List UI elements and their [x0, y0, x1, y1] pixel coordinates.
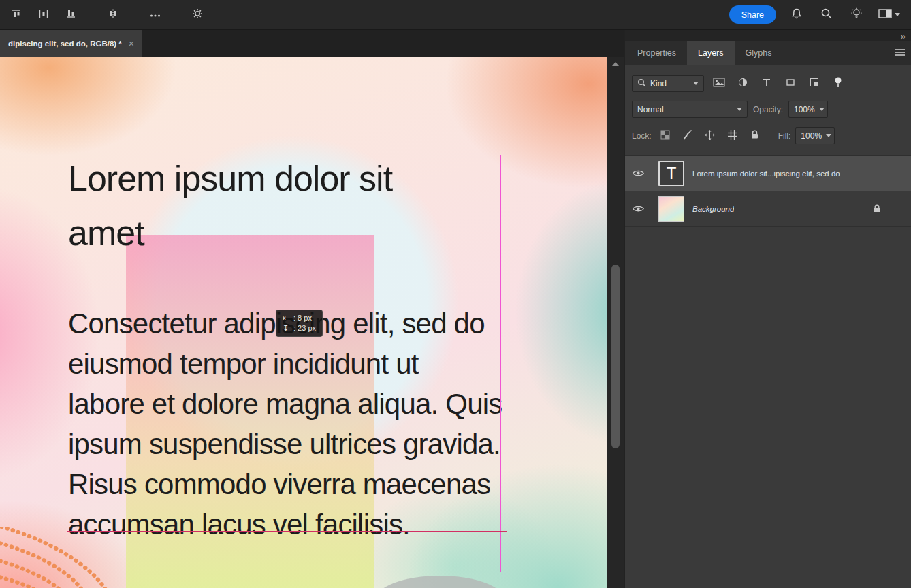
search-button[interactable]: [817, 5, 836, 24]
canvas-paragraph-text[interactable]: Consectetur adipiscing elit, sed do eius…: [68, 304, 502, 544]
distribute-vertical-button[interactable]: [103, 5, 123, 24]
align-bottom-button[interactable]: [61, 5, 80, 24]
search-icon: [637, 78, 646, 89]
scroll-up-arrow-icon[interactable]: [612, 62, 619, 66]
horizontal-guide[interactable]: [67, 531, 507, 532]
tab-layers[interactable]: Layers: [687, 41, 735, 65]
fill-label: Fill:: [778, 131, 791, 141]
discover-button[interactable]: [847, 5, 866, 24]
lock-pixels-button[interactable]: [679, 129, 697, 144]
layer-visibility-toggle[interactable]: [625, 191, 652, 227]
fill-dropdown[interactable]: 100%: [795, 127, 835, 144]
lock-artboard-button[interactable]: [724, 129, 741, 144]
hamburger-icon: [895, 48, 906, 59]
layer-row-background[interactable]: Background: [625, 191, 911, 227]
lock-icon: [750, 130, 759, 142]
close-tab-icon[interactable]: ×: [129, 39, 134, 48]
lock-label: Lock:: [632, 131, 652, 141]
photoshop-window: Share dipiscing elit, sed do, RGB/8) * ×: [0, 0, 911, 588]
eye-icon: [633, 167, 644, 180]
vertical-distance-value: : 23 px: [293, 323, 316, 333]
workspace-button[interactable]: [877, 5, 901, 24]
horizontal-distance-value: : 8 px: [293, 313, 312, 323]
filter-kind-dropdown[interactable]: Kind: [632, 75, 704, 92]
layer-visibility-toggle[interactable]: [625, 156, 652, 191]
opacity-label: Opacity:: [753, 105, 783, 114]
checkerboard-icon: [660, 130, 670, 142]
layer-row-text[interactable]: T Lorem ipsum dolor sit...ipiscing elit,…: [625, 156, 911, 191]
ellipsis-icon: [150, 10, 161, 20]
lock-position-button[interactable]: [701, 129, 719, 144]
panel-tab-bar: Properties Layers Glyphs: [625, 41, 911, 65]
measurement-tooltip: ⇤ : 8 px ↧ : 23 px: [276, 310, 323, 337]
body-line: labore et dolore magna aliqua. Quis: [68, 384, 502, 424]
heading-line: Lorem ipsum dolor sit: [68, 151, 392, 206]
distribute-horizontal-button[interactable]: [34, 5, 53, 24]
panel-layout-icon: [878, 8, 892, 21]
lock-all-button[interactable]: [746, 129, 764, 144]
distribute-horizontal-icon: [38, 8, 49, 21]
brush-icon: [683, 130, 692, 142]
notifications-button[interactable]: [787, 5, 806, 24]
layer-name: Background: [692, 205, 734, 213]
move-arrows-icon: [705, 130, 715, 142]
align-top-button[interactable]: [7, 5, 26, 24]
opacity-dropdown[interactable]: 100%: [788, 101, 828, 118]
canvas-heading-text[interactable]: Lorem ipsum dolor sit amet: [68, 151, 392, 260]
collapse-panels-icon[interactable]: »: [901, 31, 906, 42]
layer-lock-icon[interactable]: [873, 204, 881, 213]
image-icon: [713, 78, 725, 89]
panel-menu-button[interactable]: [895, 48, 906, 59]
lock-transparency-button[interactable]: [656, 129, 674, 144]
type-icon: [762, 78, 771, 89]
filter-smart-objects-button[interactable]: [805, 76, 823, 91]
canvas-area[interactable]: Lorem ipsum dolor sit amet Consectetur a…: [0, 57, 607, 588]
filter-shape-layers-button[interactable]: [782, 76, 799, 91]
blend-opacity-row: Normal Opacity: 100%: [632, 101, 904, 118]
layer-filter-row: Kind: [632, 75, 904, 92]
chevron-down-icon: [826, 134, 831, 137]
filter-adjustment-layers-button[interactable]: [734, 76, 752, 91]
share-button[interactable]: Share: [729, 5, 776, 24]
chevron-down-icon: [693, 82, 699, 85]
body-line: Risus commodo viverra maecenas: [68, 464, 502, 504]
tab-glyphs[interactable]: Glyphs: [735, 41, 783, 65]
document-artwork: Lorem ipsum dolor sit amet Consectetur a…: [0, 57, 607, 588]
layer-name: Lorem ipsum dolor sit...ipiscing elit, s…: [692, 169, 840, 178]
half-circle-icon: [738, 78, 748, 89]
align-bottom-icon: [65, 8, 76, 21]
more-options-button[interactable]: [146, 5, 165, 24]
scrollbar-thumb[interactable]: [611, 265, 620, 448]
gray-blob-shape: [375, 576, 505, 588]
document-tab-title: dipiscing elit, sed do, RGB/8) *: [8, 39, 122, 48]
alignment-controls: [0, 5, 207, 24]
vertical-guide[interactable]: [500, 155, 501, 572]
panel-dock: » Properties Layers Glyphs Kind: [624, 30, 911, 588]
thumbnail-letter: T: [667, 164, 677, 183]
background-layer-thumbnail[interactable]: [658, 196, 684, 222]
options-bar: Share: [0, 0, 911, 30]
filter-toggle-button[interactable]: [829, 76, 847, 91]
vertical-distance-icon: ↧: [283, 323, 291, 333]
body-line: eiusmod tempor incididunt ut: [68, 344, 502, 384]
dock-header: »: [625, 30, 911, 41]
bell-icon: [790, 7, 803, 22]
layers-panel: Kind: [625, 75, 911, 227]
body-line: accumsan lacus vel facilisis.: [68, 504, 502, 544]
chevron-down-icon: [737, 108, 742, 111]
smart-object-icon: [810, 78, 819, 89]
filter-type-layers-button[interactable]: [758, 76, 776, 91]
canvas-scrollbar[interactable]: [607, 57, 624, 588]
body-line: ipsum suspendisse ultrices gravida.: [68, 424, 502, 464]
tool-settings-button[interactable]: [188, 5, 207, 24]
layer-list: T Lorem ipsum dolor sit...ipiscing elit,…: [625, 155, 911, 227]
text-layer-thumbnail[interactable]: T: [658, 161, 684, 186]
distribute-vertical-icon: [108, 8, 118, 21]
document-tab[interactable]: dipiscing elit, sed do, RGB/8) * ×: [0, 30, 142, 57]
lock-fill-row: Lock: Fill: 100%: [632, 127, 904, 144]
blend-mode-dropdown[interactable]: Normal: [632, 101, 748, 118]
tab-properties[interactable]: Properties: [626, 41, 687, 65]
horizontal-distance-icon: ⇤: [283, 313, 291, 323]
filter-pixel-layers-button[interactable]: [710, 76, 728, 91]
artboard-icon: [728, 130, 737, 142]
